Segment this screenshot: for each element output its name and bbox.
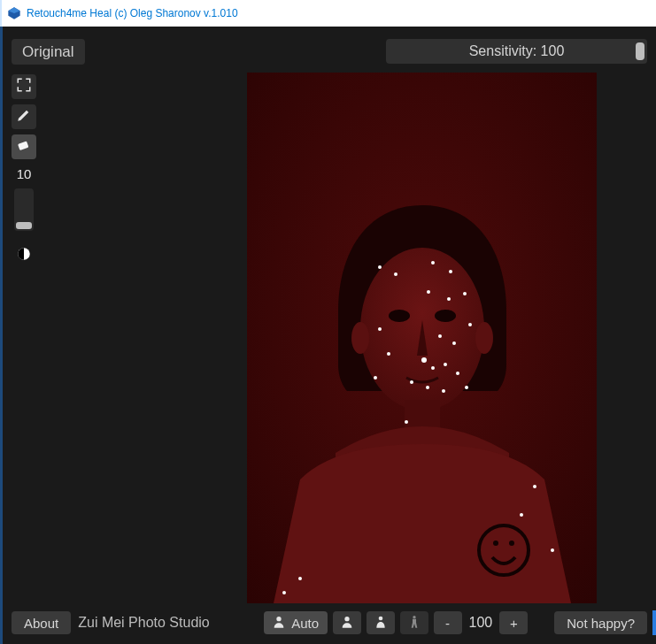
brush-button[interactable] (12, 104, 36, 129)
svg-point-16 (431, 261, 435, 264)
svg-point-44 (413, 616, 415, 618)
window-title: Retouch4me Heal (c) Oleg Sharonov v.1.01… (27, 7, 238, 19)
not-happy-button[interactable]: Not happy? (554, 611, 647, 634)
svg-point-12 (493, 540, 498, 546)
svg-point-39 (298, 577, 302, 580)
svg-point-22 (447, 297, 451, 301)
svg-point-30 (456, 372, 459, 375)
svg-point-17 (449, 270, 452, 273)
mask-toggle-button[interactable] (12, 243, 36, 268)
bust-icon (374, 615, 388, 632)
svg-point-20 (374, 376, 377, 380)
zoom-out-button[interactable]: - (434, 611, 462, 634)
face-icon (340, 615, 354, 632)
svg-point-28 (431, 366, 435, 370)
titlebar: Retouch4me Heal (c) Oleg Sharonov v.1.01… (0, 0, 656, 27)
svg-point-25 (438, 334, 442, 338)
svg-point-33 (442, 389, 445, 393)
svg-point-21 (427, 290, 430, 294)
fullscreen-icon (16, 77, 32, 96)
brush-size-slider[interactable] (14, 188, 34, 231)
eraser-button[interactable] (12, 134, 36, 159)
svg-point-6 (351, 322, 369, 354)
brush-size-value: 10 (12, 166, 36, 181)
body-mode-button[interactable] (400, 611, 428, 634)
zoom-in-button[interactable]: + (499, 611, 528, 634)
svg-point-23 (463, 292, 467, 295)
auto-label: Auto (291, 616, 319, 631)
svg-rect-2 (18, 141, 28, 150)
watermark-label: Zui Mei Photo Studio (76, 615, 215, 631)
svg-point-42 (344, 617, 349, 621)
portrait-mode-button[interactable] (367, 611, 395, 634)
svg-point-7 (475, 322, 493, 354)
svg-point-27 (421, 357, 427, 363)
svg-point-8 (389, 310, 410, 322)
zoom-value: 100 (466, 615, 497, 631)
svg-point-38 (551, 548, 554, 552)
contrast-icon (16, 246, 32, 265)
svg-point-43 (378, 616, 382, 620)
face-mode-button[interactable] (333, 611, 361, 634)
about-button[interactable]: About (12, 611, 71, 634)
brush-size-thumb[interactable] (16, 222, 32, 229)
svg-point-15 (394, 272, 397, 276)
svg-point-32 (426, 386, 429, 389)
svg-point-9 (435, 310, 456, 322)
svg-point-24 (468, 323, 472, 326)
auto-button[interactable]: Auto (264, 611, 328, 634)
edge-accent (652, 610, 656, 635)
sensitivity-thumb[interactable] (636, 42, 644, 60)
original-button[interactable]: Original (12, 39, 85, 65)
brush-icon (16, 107, 32, 126)
person-icon (272, 615, 286, 632)
app-icon (7, 6, 21, 20)
svg-point-34 (465, 386, 468, 389)
svg-point-29 (444, 363, 447, 366)
svg-point-35 (405, 420, 408, 424)
svg-point-18 (378, 327, 382, 331)
svg-point-14 (378, 265, 382, 269)
body-icon (407, 615, 421, 632)
eraser-icon (16, 137, 32, 157)
svg-point-13 (509, 540, 514, 546)
image-preview[interactable] (247, 73, 597, 603)
svg-point-31 (410, 380, 413, 384)
svg-point-40 (282, 591, 286, 594)
fullscreen-button[interactable] (12, 74, 36, 99)
svg-rect-10 (405, 400, 440, 431)
svg-point-36 (533, 485, 536, 488)
sensitivity-label: Sensitivity: 100 (469, 43, 565, 59)
svg-point-37 (520, 513, 523, 517)
svg-point-26 (452, 341, 456, 345)
sensitivity-slider[interactable]: Sensitivity: 100 (386, 39, 647, 64)
svg-point-19 (387, 352, 390, 356)
svg-point-41 (276, 617, 281, 621)
